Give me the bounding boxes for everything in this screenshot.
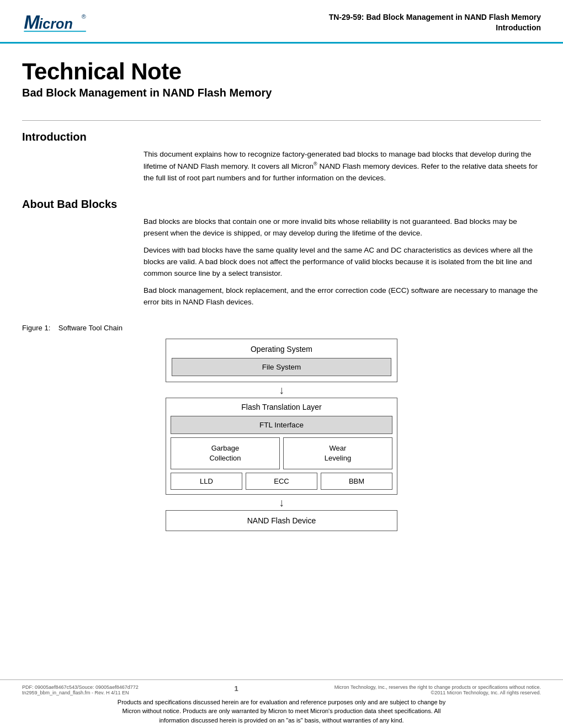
figure-label: Figure 1: Software Tool Chain — [22, 324, 541, 332]
diagram-container: Operating System File System ↓ Flash Tra… — [22, 339, 541, 531]
wear-leveling-box: WearLeveling — [283, 437, 392, 469]
document-subtitle: Bad Block Management in NAND Flash Memor… — [22, 87, 541, 99]
page-header: M icron ® TN-29-59: Bad Block Management… — [0, 0, 563, 44]
svg-text:M: M — [24, 12, 40, 33]
lld-box: LLD — [171, 473, 242, 490]
about-para1: Bad blocks are blocks that contain one o… — [144, 216, 541, 239]
software-tool-chain-diagram: Operating System File System ↓ Flash Tra… — [166, 339, 397, 531]
ftl-interface-box: FTL Interface — [171, 416, 392, 434]
about-para3: Bad block management, block replacement,… — [144, 285, 541, 308]
footer-left: PDF: 09005aef8467c543/Souce: 09005aef846… — [22, 684, 139, 695]
gc-wl-row: GarbageCollection WearLeveling — [171, 437, 392, 469]
title-section: Technical Note Bad Block Management in N… — [22, 44, 541, 104]
main-content: Technical Note Bad Block Management in N… — [0, 44, 563, 679]
svg-text:®: ® — [82, 13, 86, 20]
section-divider — [22, 120, 541, 121]
os-box: Operating System File System — [166, 339, 397, 382]
document-main-title: Technical Note — [22, 59, 541, 84]
svg-rect-3 — [24, 31, 86, 32]
footer-right: Micron Technology, Inc., reserves the ri… — [334, 684, 541, 695]
bbm-box: BBM — [321, 473, 392, 490]
svg-text:icron: icron — [39, 16, 73, 31]
introduction-section: Introduction This document explains how … — [22, 131, 541, 189]
ftl-label: Flash Translation Layer — [171, 403, 392, 411]
footer-disclaimer: Products and specifications discussed he… — [22, 698, 541, 725]
about-right-col: Bad blocks are blocks that contain one o… — [144, 216, 541, 313]
header-title-area: TN-29-59: Bad Block Management in NAND F… — [110, 10, 541, 32]
garbage-collection-box: GarbageCollection — [171, 437, 280, 469]
intro-left-col — [22, 149, 144, 189]
footer-copyright: ©2011 Micron Technology, Inc. All rights… — [334, 690, 541, 695]
figure-title: Software Tool Chain — [59, 324, 123, 332]
file-system-box: File System — [172, 358, 391, 376]
ftl-box: Flash Translation Layer FTL Interface Ga… — [166, 398, 397, 495]
introduction-layout: This document explains how to recognize … — [22, 149, 541, 189]
arrow-down-2: ↓ — [166, 497, 397, 508]
page-footer: PDF: 09005aef8467c543/Souce: 09005aef846… — [0, 679, 563, 729]
page-number: 1 — [139, 684, 334, 695]
header-section: Introduction — [110, 23, 541, 32]
introduction-heading: Introduction — [22, 131, 541, 143]
about-left-col — [22, 216, 144, 313]
footer-right-info: Micron Technology, Inc., reserves the ri… — [334, 684, 541, 690]
about-bad-blocks-section: About Bad Blocks Bad blocks are blocks t… — [22, 198, 541, 313]
ecc-box: ECC — [246, 473, 317, 490]
about-bad-blocks-heading: About Bad Blocks — [22, 198, 541, 211]
header-doc-title: TN-29-59: Bad Block Management in NAND F… — [110, 12, 541, 23]
introduction-body: This document explains how to recognize … — [144, 149, 541, 184]
file-info: tn2959_bbm_in_nand_flash.fm - Rev. H 4/1… — [22, 690, 139, 695]
about-para2: Devices with bad blocks have the same qu… — [144, 245, 541, 280]
nand-flash-box: NAND Flash Device — [166, 510, 397, 531]
lld-ecc-bbm-row: LLD ECC BBM — [171, 473, 392, 490]
footer-top: PDF: 09005aef8467c543/Souce: 09005aef846… — [22, 684, 541, 695]
about-bad-blocks-layout: Bad blocks are blocks that contain one o… — [22, 216, 541, 313]
arrow-down-1: ↓ — [166, 384, 397, 395]
figure-number: Figure 1: — [22, 324, 50, 332]
pdf-info: PDF: 09005aef8467c543/Souce: 09005aef846… — [22, 684, 139, 690]
logo: M icron ® — [22, 10, 88, 36]
os-label: Operating System — [172, 345, 391, 354]
intro-right-col: This document explains how to recognize … — [144, 149, 541, 189]
